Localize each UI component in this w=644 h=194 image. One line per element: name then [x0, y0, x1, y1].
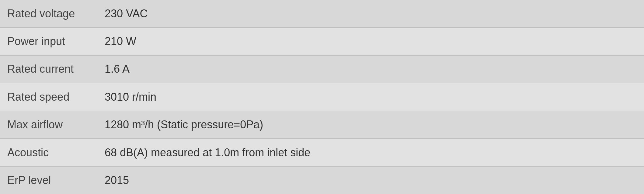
row-value: 210 W: [97, 27, 644, 55]
row-value: 230 VAC: [97, 0, 644, 27]
row-label: Rated voltage: [0, 0, 97, 27]
table-row: Max airflow1280 m³/h (Static pressure=0P…: [0, 111, 644, 139]
table-row: Rated speed3010 r/min: [0, 83, 644, 111]
row-label: Power input: [0, 27, 97, 55]
row-label: Rated current: [0, 55, 97, 83]
table-row: ErP level2015: [0, 167, 644, 194]
row-value: 1.6 A: [97, 55, 644, 83]
table-row: Acoustic68 dB(A) measured at 1.0m from i…: [0, 139, 644, 167]
table-row: Power input210 W: [0, 27, 644, 55]
row-label: Max airflow: [0, 111, 97, 139]
row-label: ErP level: [0, 167, 97, 194]
row-label: Acoustic: [0, 139, 97, 167]
row-value: 2015: [97, 167, 644, 194]
row-value: 68 dB(A) measured at 1.0m from inlet sid…: [97, 139, 644, 167]
row-value: 1280 m³/h (Static pressure=0Pa): [97, 111, 644, 139]
specs-container: VENTILE Rated voltage230 VACPower input2…: [0, 0, 644, 194]
table-row: Rated current1.6 A: [0, 55, 644, 83]
row-label: Rated speed: [0, 83, 97, 111]
row-value: 3010 r/min: [97, 83, 644, 111]
table-row: Rated voltage230 VAC: [0, 0, 644, 27]
specs-table: Rated voltage230 VACPower input210 WRate…: [0, 0, 644, 194]
